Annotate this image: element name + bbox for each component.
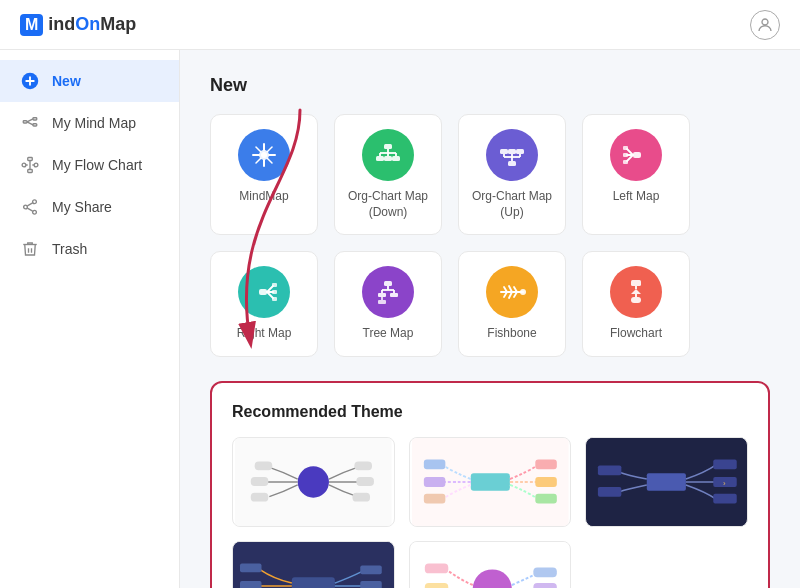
svg-rect-89 bbox=[356, 477, 374, 486]
svg-rect-120 bbox=[533, 567, 556, 577]
svg-rect-29 bbox=[384, 144, 392, 149]
sidebar-item-label-new: New bbox=[52, 73, 81, 89]
svg-rect-7 bbox=[28, 158, 33, 161]
sidebar-item-my-flow-chart[interactable]: My Flow Chart bbox=[0, 144, 179, 186]
org-chart-down-label: Org-Chart Map(Down) bbox=[348, 189, 428, 220]
svg-rect-61 bbox=[384, 281, 392, 286]
svg-rect-117 bbox=[424, 563, 447, 573]
new-section-title: New bbox=[210, 75, 770, 96]
svg-rect-82 bbox=[631, 297, 641, 303]
theme-card-3[interactable]: › bbox=[585, 437, 748, 527]
logo: M indOnMap bbox=[20, 14, 136, 36]
flowchart-label: Flowchart bbox=[610, 326, 662, 342]
svg-rect-40 bbox=[516, 149, 524, 154]
svg-rect-97 bbox=[424, 477, 446, 487]
svg-rect-8 bbox=[28, 170, 33, 173]
left-map-label: Left Map bbox=[613, 189, 660, 205]
theme-card-4[interactable] bbox=[232, 541, 395, 588]
sidebar-item-new[interactable]: New bbox=[0, 60, 179, 102]
svg-rect-88 bbox=[354, 461, 372, 470]
svg-rect-66 bbox=[378, 293, 386, 297]
org-chart-down-icon-circle bbox=[362, 129, 414, 181]
svg-line-6 bbox=[27, 122, 33, 125]
svg-rect-39 bbox=[508, 149, 516, 154]
svg-rect-59 bbox=[272, 290, 277, 294]
svg-rect-86 bbox=[251, 477, 269, 486]
user-avatar-button[interactable] bbox=[750, 10, 780, 40]
svg-line-5 bbox=[27, 119, 33, 122]
template-mindmap[interactable]: MindMap bbox=[210, 114, 318, 235]
template-org-chart-down[interactable]: Org-Chart Map(Down) bbox=[334, 114, 442, 235]
svg-point-0 bbox=[762, 19, 768, 25]
svg-marker-80 bbox=[631, 289, 641, 294]
svg-rect-38 bbox=[500, 149, 508, 154]
svg-rect-3 bbox=[33, 118, 37, 120]
template-left-map[interactable]: Left Map bbox=[582, 114, 690, 235]
sidebar-item-label-trash: Trash bbox=[52, 241, 87, 257]
svg-rect-87 bbox=[251, 493, 269, 502]
sidebar-item-my-share[interactable]: My Share bbox=[0, 186, 179, 228]
theme-card-2[interactable] bbox=[409, 437, 572, 527]
left-map-icon-circle bbox=[610, 129, 662, 181]
fishbone-label: Fishbone bbox=[487, 326, 536, 342]
theme-card-5[interactable] bbox=[409, 541, 572, 588]
svg-rect-101 bbox=[714, 459, 737, 469]
template-right-map[interactable]: Right Map bbox=[210, 251, 318, 357]
right-map-label: Right Map bbox=[237, 326, 292, 342]
header: M indOnMap bbox=[0, 0, 800, 50]
app-layout: New My Mind Map My Flow Chart My Share T… bbox=[0, 50, 800, 588]
template-grid: MindMap Org-C bbox=[210, 114, 770, 357]
logo-m: M bbox=[20, 14, 43, 36]
svg-rect-93 bbox=[535, 459, 557, 469]
trash-icon bbox=[20, 239, 40, 259]
sidebar-item-label-myshare: My Share bbox=[52, 199, 112, 215]
svg-line-18 bbox=[27, 208, 32, 211]
svg-rect-108 bbox=[292, 577, 335, 588]
svg-rect-54 bbox=[259, 289, 267, 295]
sidebar-item-my-mind-map[interactable]: My Mind Map bbox=[0, 102, 179, 144]
svg-point-15 bbox=[24, 205, 28, 209]
my-share-icon bbox=[20, 197, 40, 217]
template-fishbone[interactable]: Fishbone bbox=[458, 251, 566, 357]
svg-line-25 bbox=[256, 147, 261, 152]
recommended-title: Recommended Theme bbox=[232, 403, 748, 421]
svg-rect-98 bbox=[424, 494, 446, 504]
svg-line-17 bbox=[27, 203, 32, 206]
sidebar-item-label-flowchart: My Flow Chart bbox=[52, 157, 142, 173]
tree-map-label: Tree Map bbox=[363, 326, 414, 342]
svg-rect-90 bbox=[352, 493, 370, 502]
svg-rect-113 bbox=[360, 581, 382, 588]
theme-card-1[interactable] bbox=[232, 437, 395, 527]
template-org-chart-up[interactable]: Org-Chart Map (Up) bbox=[458, 114, 566, 235]
main-content: New bbox=[180, 50, 800, 588]
svg-rect-103 bbox=[714, 494, 737, 504]
svg-point-84 bbox=[298, 466, 329, 497]
svg-point-10 bbox=[34, 163, 38, 167]
svg-rect-78 bbox=[631, 280, 641, 286]
sidebar: New My Mind Map My Flow Chart My Share T… bbox=[0, 50, 180, 588]
new-icon bbox=[20, 71, 40, 91]
svg-text:›: › bbox=[723, 479, 726, 488]
svg-rect-36 bbox=[384, 156, 392, 161]
svg-rect-58 bbox=[272, 283, 277, 287]
sidebar-item-trash[interactable]: Trash bbox=[0, 228, 179, 270]
mindmap-icon-circle bbox=[238, 129, 290, 181]
svg-point-77 bbox=[520, 289, 526, 295]
fishbone-icon-circle bbox=[486, 266, 538, 318]
svg-rect-105 bbox=[598, 487, 621, 497]
svg-line-27 bbox=[256, 159, 261, 164]
svg-rect-118 bbox=[424, 583, 447, 588]
svg-rect-69 bbox=[378, 300, 386, 304]
svg-rect-2 bbox=[23, 121, 27, 123]
svg-rect-104 bbox=[598, 465, 621, 475]
svg-rect-109 bbox=[240, 563, 262, 572]
template-tree-map[interactable]: Tree Map bbox=[334, 251, 442, 357]
svg-line-28 bbox=[268, 159, 273, 164]
svg-rect-60 bbox=[272, 297, 277, 301]
org-chart-up-label: Org-Chart Map (Up) bbox=[469, 189, 555, 220]
svg-rect-94 bbox=[535, 477, 557, 487]
svg-rect-37 bbox=[392, 156, 400, 161]
svg-rect-112 bbox=[360, 565, 382, 574]
template-flowchart[interactable]: Flowchart bbox=[582, 251, 690, 357]
tree-map-icon-circle bbox=[362, 266, 414, 318]
